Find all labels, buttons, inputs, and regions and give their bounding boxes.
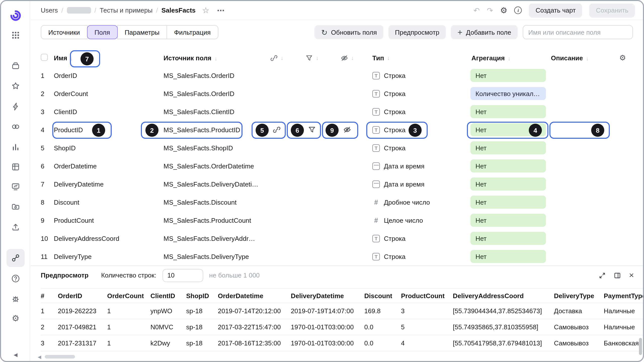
breadcrumb-blurred-item[interactable] (67, 7, 91, 14)
scroll-left-arrow-icon[interactable]: ◀ (38, 354, 41, 359)
field-link-cell[interactable] (259, 71, 294, 79)
tab[interactable]: Поля (87, 25, 118, 39)
field-filter-cell[interactable] (294, 89, 330, 98)
aggregation-badge[interactable]: Нет (470, 214, 546, 227)
field-source[interactable]: MS_SalesFacts.Discount (164, 198, 259, 206)
field-visibility-cell[interactable] (330, 89, 365, 98)
help-icon[interactable] (7, 269, 25, 288)
field-type[interactable]: Дата и время (365, 180, 469, 188)
field-visibility-cell[interactable] (330, 180, 365, 188)
field-filter-cell[interactable] (294, 216, 330, 224)
field-source[interactable]: MS_SalesFacts.DeliveryType (164, 253, 259, 260)
header-link[interactable]: ↓ (259, 54, 294, 62)
tab[interactable]: Фильтрация (167, 25, 218, 39)
field-type[interactable]: Дробное число (365, 198, 469, 206)
collections-icon[interactable] (7, 57, 25, 75)
collapse-sidebar-icon[interactable]: ◀ (7, 348, 25, 360)
field-source[interactable]: MS_SalesFacts.OrderID (164, 72, 259, 79)
field-filter-cell[interactable] (294, 198, 330, 206)
field-source[interactable]: MS_SalesFacts.ProductID (164, 126, 259, 133)
field-filter-cell[interactable] (294, 180, 330, 188)
field-source[interactable]: MS_SalesFacts.DeliveryDateti… (164, 180, 259, 188)
field-row[interactable]: 1 OrderID MS_SalesFacts.OrderID Строка Н… (41, 66, 633, 84)
field-search-input[interactable] (523, 25, 633, 39)
header-aggregation[interactable]: Агрегация↓ (469, 54, 548, 62)
field-visibility-cell[interactable] (330, 126, 365, 134)
tables-icon[interactable] (7, 158, 25, 176)
aggregation-badge[interactable]: Нет (470, 159, 546, 172)
aggregation-badge[interactable]: Нет (470, 105, 546, 118)
field-name[interactable]: ProductID (54, 126, 164, 133)
field-row[interactable]: 8 Discount MS_SalesFacts.Discount Дробно… (41, 193, 633, 211)
field-source[interactable]: MS_SalesFacts.ProductCount (164, 216, 259, 224)
field-name[interactable]: DeliveryDatetime (54, 180, 164, 188)
favorite-star-icon[interactable]: ☆ (202, 6, 210, 15)
field-visibility-cell[interactable] (330, 108, 365, 116)
field-link-cell[interactable] (259, 126, 294, 134)
aggregation-badge[interactable]: Нет (470, 177, 546, 191)
field-name[interactable]: OrderDatetime (54, 162, 164, 170)
settings-icon[interactable]: ⚙ (7, 309, 25, 327)
field-type[interactable]: Строка (365, 144, 469, 152)
field-link-cell[interactable] (259, 198, 294, 206)
field-filter-cell[interactable] (294, 144, 330, 152)
field-source[interactable]: MS_SalesFacts.OrderID (164, 90, 259, 97)
field-link-cell[interactable] (259, 89, 294, 98)
field-row[interactable]: 5 ShopID MS_SalesFacts.ShopID Строка Нет (41, 139, 633, 157)
field-type[interactable]: Строка (365, 90, 469, 97)
field-name[interactable]: ProductCount (54, 216, 164, 224)
groups-rings-icon[interactable] (7, 118, 25, 136)
field-filter-cell[interactable] (294, 252, 330, 260)
quick-access-lightning-icon[interactable] (7, 98, 25, 116)
header-type[interactable]: Тип↓ (365, 54, 469, 62)
field-filter-cell[interactable] (294, 234, 330, 242)
field-source[interactable]: MS_SalesFacts.OrderDatetime (164, 162, 259, 170)
field-visibility-cell[interactable] (330, 71, 365, 79)
aggregation-badge[interactable]: Нет (470, 250, 546, 263)
field-filter-cell[interactable] (294, 108, 330, 116)
create-chart-button[interactable]: Создать чарт (529, 3, 582, 17)
row-count-input[interactable] (162, 269, 203, 282)
vertical-scrollbar[interactable] (639, 338, 642, 355)
expand-preview-icon[interactable] (599, 272, 606, 279)
field-link-cell[interactable] (259, 252, 294, 260)
breadcrumb-folder[interactable]: Тесты и примеры (100, 7, 152, 14)
field-visibility-cell[interactable] (330, 234, 365, 242)
field-link-cell[interactable] (259, 216, 294, 224)
breadcrumb-users[interactable]: Users (41, 7, 58, 14)
field-row[interactable]: 6 OrderDatetime MS_SalesFacts.OrderDatet… (41, 157, 633, 175)
bug-report-icon[interactable] (7, 290, 25, 308)
field-visibility-cell[interactable] (330, 216, 365, 224)
field-filter-cell[interactable] (294, 126, 330, 134)
field-type[interactable]: Строка (365, 126, 469, 133)
field-name[interactable]: DeliveryType (54, 253, 164, 260)
field-name[interactable]: ClientID (54, 108, 164, 115)
field-type[interactable]: Целое число (365, 216, 469, 224)
close-preview-icon[interactable]: × (629, 270, 634, 280)
dataset-settings-gear-icon[interactable]: ⚙ (500, 6, 507, 15)
dataset-connections-icon[interactable] (7, 249, 25, 267)
field-type[interactable]: Строка (365, 72, 469, 79)
field-source[interactable]: MS_SalesFacts.DeliveryAddr… (164, 235, 259, 242)
header-visibility[interactable]: ↓ (330, 54, 365, 62)
field-row[interactable]: 9 ProductCount MS_SalesFacts.ProductCoun… (41, 211, 633, 229)
preview-toggle-button[interactable]: Предпросмотр (388, 25, 446, 39)
field-row[interactable]: 2 OrderCount MS_SalesFacts.OrderID Строк… (41, 84, 633, 103)
aggregation-badge[interactable]: Нет (470, 196, 546, 209)
field-link-cell[interactable] (259, 108, 294, 116)
field-type[interactable]: Строка (365, 235, 469, 242)
field-type[interactable]: Дата и время (365, 162, 469, 170)
field-row[interactable]: 3 ClientID MS_SalesFacts.ClientID Строка… (41, 103, 633, 121)
folders-icon[interactable] (7, 198, 25, 216)
field-row[interactable]: 10 DeliveryAddressCoord MS_SalesFacts.De… (41, 229, 633, 247)
charts-icon[interactable] (7, 138, 25, 156)
aggregation-badge[interactable]: Нет (470, 123, 546, 136)
field-name[interactable]: OrderID (54, 72, 164, 79)
redo-icon[interactable]: ↷ (487, 6, 493, 15)
header-name[interactable]: Имя↓ (54, 54, 164, 62)
header-source[interactable]: Источник поля↓ (164, 54, 259, 62)
dock-preview-icon[interactable] (614, 272, 621, 279)
field-link-cell[interactable] (259, 234, 294, 242)
select-all-checkbox[interactable] (41, 54, 48, 61)
field-row[interactable]: 7 DeliveryDatetime MS_SalesFacts.Deliver… (41, 175, 633, 193)
